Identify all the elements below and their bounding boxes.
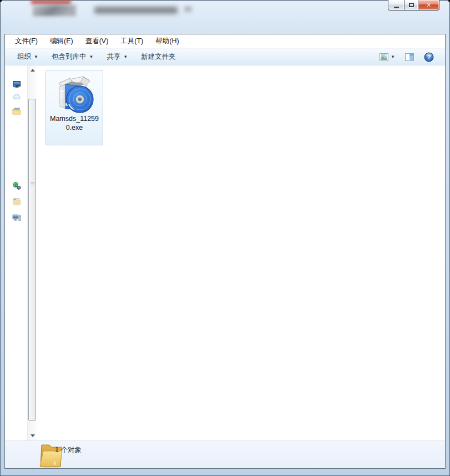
close-icon: ✕ [426,2,431,9]
content-area: Mamsds_11259 0.exe [5,65,445,440]
navigation-bar: ← → ▼ ▶ 计算机 ▶ 本地磁盘 (D:) ▶ 华军下载包6.30 ▼ [0,17,450,34]
file-item-selected[interactable]: Mamsds_11259 0.exe [45,70,103,145]
computer-icon[interactable] [12,213,21,222]
preview-pane-icon [405,53,414,61]
installer-box-cd-icon [53,72,95,114]
file-list: Mamsds_11259 0.exe [37,65,445,440]
menu-view[interactable]: 查看(V) [79,34,115,48]
titlebar: ✕ [0,0,450,17]
cloud-icon[interactable] [12,93,21,102]
menu-edit[interactable]: 编辑(E) [44,34,79,48]
maximize-button[interactable] [404,0,418,11]
minimize-button[interactable] [388,0,404,11]
item-count: 1 个对象 [55,445,82,455]
window-controls: ✕ [388,0,439,11]
folder-icon[interactable] [12,107,21,115]
views-icon [380,53,388,61]
menu-file[interactable]: 文件(F) [9,34,44,48]
share-button[interactable]: 共享 ▼ [100,50,134,64]
monitor-icon[interactable] [12,80,21,89]
blurred-title-text [94,7,178,14]
menu-tools[interactable]: 工具(T) [114,34,149,48]
help-icon: ? [424,52,434,62]
scroll-down-icon [31,434,35,437]
library-icon[interactable] [12,197,21,206]
navigation-pane [5,65,27,440]
scrollbar-grip [31,183,34,186]
new-folder-button[interactable]: 新建文件夹 [134,50,183,64]
network-icon[interactable] [12,181,21,190]
blurred-badge [31,0,71,4]
details-pane: 1 个对象 [5,440,445,468]
chevron-down-icon: ▼ [34,54,38,59]
blurred-title-fragment [184,6,192,12]
scroll-down-button[interactable] [28,431,37,440]
chevron-down-icon: ▼ [123,54,128,59]
svg-text:?: ? [427,54,431,60]
minimize-icon [394,7,399,8]
menu-bar: 文件(F) 编辑(E) 查看(V) 工具(T) 帮助(H) [5,34,445,49]
organize-button[interactable]: 组织 ▼ [11,50,45,64]
preview-pane-button[interactable] [403,52,416,63]
command-bar: 组织 ▼ 包含到库中 ▼ 共享 ▼ 新建文件夹 [5,49,445,65]
scroll-up-button[interactable] [28,65,37,75]
scroll-up-icon [31,69,35,72]
chevron-down-icon: ▼ [391,54,395,59]
toolbar-right-icons: ▼ ? [377,50,439,64]
help-button[interactable]: ? [422,50,436,64]
blurred-thumbnail [33,5,76,16]
views-button[interactable]: ▼ [377,52,397,63]
sidebar-scrollbar[interactable] [27,65,37,440]
client-area: 文件(F) 编辑(E) 查看(V) 工具(T) 帮助(H) 组织 ▼ 包含到库中… [4,34,446,469]
include-in-library-button[interactable]: 包含到库中 ▼ [45,50,100,64]
file-name: Mamsds_11259 0.exe [50,114,99,132]
close-button[interactable]: ✕ [418,0,439,11]
chevron-down-icon: ▼ [89,54,93,59]
explorer-window: ✕ ← → ▼ ▶ 计算机 ▶ 本地磁盘 (D [0,0,450,476]
menu-help[interactable]: 帮助(H) [149,34,185,48]
maximize-icon [409,3,414,7]
scrollbar-thumb[interactable] [28,99,36,421]
